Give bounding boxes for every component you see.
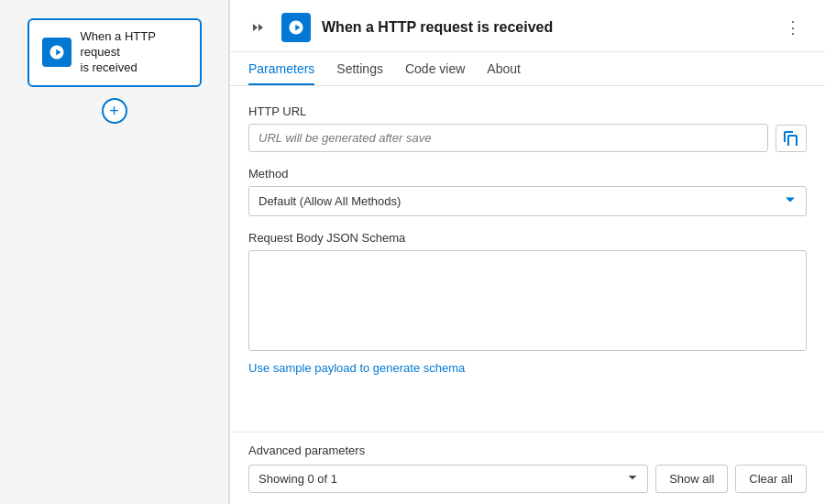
trigger-card[interactable]: When a HTTP request is received <box>28 18 202 87</box>
http-url-input[interactable] <box>248 124 768 152</box>
advanced-select-wrapper: Showing 0 of 1 <box>248 465 648 493</box>
copy-icon <box>784 131 798 146</box>
panel-title: When a HTTP request is received <box>322 19 768 36</box>
method-select-wrapper: Default (Allow All Methods) GET POST PUT… <box>248 186 807 216</box>
json-schema-group: Request Body JSON Schema Use sample payl… <box>248 231 807 375</box>
tabs-bar: Parameters Settings Code view About <box>230 52 825 86</box>
tab-parameters[interactable]: Parameters <box>248 52 314 85</box>
tab-code-view[interactable]: Code view <box>405 52 465 85</box>
panel-header: When a HTTP request is received ⋮ <box>230 0 825 52</box>
panel-content: HTTP URL Method Default (Allow All Metho… <box>230 86 825 432</box>
trigger-icon-wrapper <box>42 38 72 67</box>
trigger-label: When a HTTP request is received <box>81 29 187 76</box>
advanced-row: Showing 0 of 1 Show all Clear all <box>248 465 807 493</box>
json-schema-textarea[interactable] <box>248 250 807 351</box>
url-field-wrapper <box>248 124 807 152</box>
add-step-button[interactable]: + <box>102 98 127 124</box>
header-http-icon <box>288 19 304 36</box>
clear-all-button[interactable]: Clear all <box>735 465 807 493</box>
method-label: Method <box>248 167 807 181</box>
advanced-parameters-footer: Advanced parameters Showing 0 of 1 Show … <box>230 432 825 504</box>
http-url-label: HTTP URL <box>248 104 807 118</box>
trigger-label-line1: When a HTTP request <box>81 29 156 59</box>
method-group: Method Default (Allow All Methods) GET P… <box>248 167 807 216</box>
method-select[interactable]: Default (Allow All Methods) GET POST PUT… <box>248 186 807 216</box>
sample-payload-link[interactable]: Use sample payload to generate schema <box>248 361 465 375</box>
tab-settings[interactable]: Settings <box>336 52 383 85</box>
show-all-button[interactable]: Show all <box>655 465 728 493</box>
json-schema-label: Request Body JSON Schema <box>248 231 807 245</box>
tab-about[interactable]: About <box>487 52 521 85</box>
more-options-button[interactable]: ⋮ <box>779 17 807 38</box>
trigger-label-line2: is received <box>81 60 138 74</box>
http-request-icon <box>49 44 65 60</box>
collapse-icon <box>250 20 265 35</box>
right-panel: When a HTTP request is received ⋮ Parame… <box>230 0 825 504</box>
collapse-button[interactable] <box>245 18 270 37</box>
advanced-select[interactable]: Showing 0 of 1 <box>248 465 648 493</box>
left-panel: When a HTTP request is received + <box>0 0 229 504</box>
http-url-group: HTTP URL <box>248 104 807 152</box>
header-icon-wrapper <box>281 13 311 42</box>
copy-url-button[interactable] <box>776 125 807 152</box>
advanced-parameters-label: Advanced parameters <box>248 444 807 457</box>
